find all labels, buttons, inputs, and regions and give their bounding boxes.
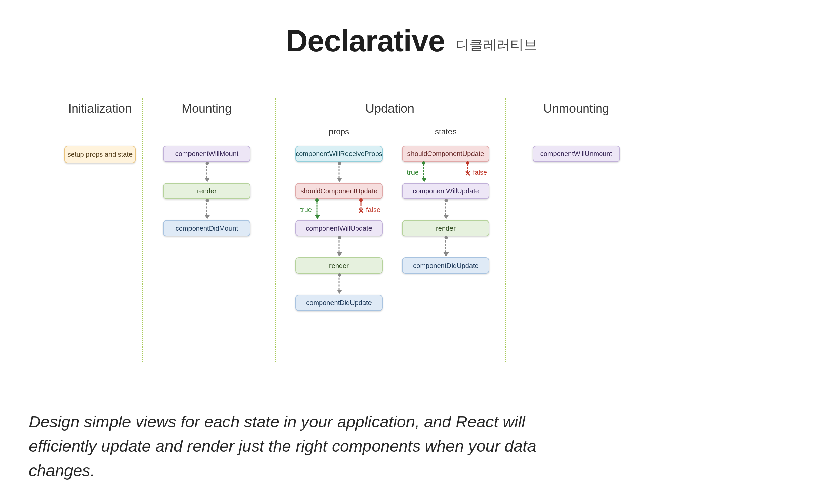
updation-props-label: props bbox=[329, 127, 349, 136]
node-setup-props-state: setup props and state bbox=[64, 146, 136, 163]
divider-3 bbox=[505, 98, 506, 362]
col-mounting-title: Mounting bbox=[182, 102, 232, 116]
node-render-states: render bbox=[402, 220, 489, 236]
arrow-cwrp-scu bbox=[339, 163, 340, 181]
slide-caption: Design simple views for each state in yo… bbox=[29, 410, 591, 483]
node-componentDidMount: componentDidMount bbox=[163, 220, 250, 236]
label-false-states: false bbox=[473, 169, 487, 176]
node-render-mount: render bbox=[163, 183, 250, 199]
node-componentWillUpdate-states: componentWillUpdate bbox=[402, 183, 489, 199]
arrow-render-cdu-states bbox=[445, 237, 446, 256]
col-updation-title: Updation bbox=[365, 102, 414, 116]
label-false-props: false bbox=[366, 206, 380, 214]
node-componentWillMount: componentWillMount bbox=[163, 146, 250, 162]
heading-sub: 디클레러티브 bbox=[456, 37, 537, 52]
lifecycle-diagram: Initialization Mounting Updation Unmount… bbox=[64, 98, 647, 362]
node-render-props: render bbox=[295, 257, 383, 274]
arrow-scu-true-states bbox=[423, 164, 424, 181]
node-componentDidUpdate-states: componentDidUpdate bbox=[402, 257, 489, 274]
node-shouldComponentUpdate-states: shouldComponentUpdate bbox=[402, 146, 489, 162]
node-componentWillReceiveProps: componentWillReceiveProps bbox=[295, 146, 383, 162]
divider-1 bbox=[142, 98, 143, 362]
col-initialization-title: Initialization bbox=[68, 102, 132, 116]
arrow-scu-true-props bbox=[317, 202, 318, 218]
label-true-states: true bbox=[407, 169, 419, 176]
arrow-cwu-render-props bbox=[339, 237, 340, 256]
x-icon-states: ✕ bbox=[465, 169, 471, 178]
node-shouldComponentUpdate-props: shouldComponentUpdate bbox=[295, 183, 383, 199]
arrow-render-cdm bbox=[206, 200, 207, 218]
heading-main: Declarative bbox=[286, 24, 445, 58]
node-componentDidUpdate-props: componentDidUpdate bbox=[295, 295, 383, 311]
col-unmounting-title: Unmounting bbox=[543, 102, 609, 116]
x-icon-props: ✕ bbox=[358, 207, 364, 215]
node-componentWillUpdate-props: componentWillUpdate bbox=[295, 220, 383, 236]
divider-2 bbox=[275, 98, 276, 362]
arrow-cwm-render bbox=[206, 163, 207, 181]
updation-states-label: states bbox=[435, 127, 457, 136]
node-componentWillUnmount: componentWillUnmount bbox=[533, 146, 620, 162]
arrow-render-cdu-props bbox=[339, 274, 340, 293]
page-heading: Declarative 디클레러티브 bbox=[0, 24, 823, 59]
arrow-cwu-render-states bbox=[445, 200, 446, 218]
label-true-props: true bbox=[300, 206, 312, 214]
